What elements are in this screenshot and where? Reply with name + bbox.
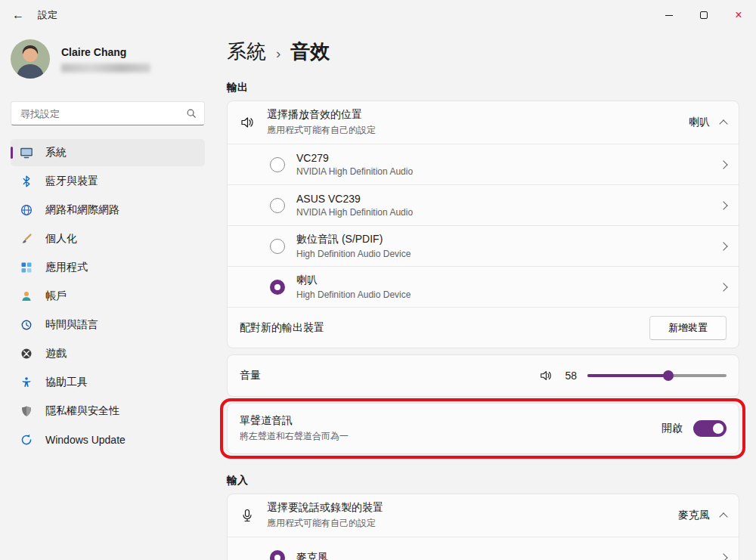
input-section-heading: 輸入 [227, 474, 739, 487]
speaker-icon [240, 115, 255, 130]
sidebar-item-accessibility[interactable]: 協助工具 [11, 369, 205, 396]
radio-vc279[interactable] [270, 157, 285, 172]
main-content: 系統 › 音效 輸出 選擇播放音效的位置 應用程式可能有自己的設定 喇叭 VC2… [227, 30, 739, 560]
input-device-card: 選擇要說話或錄製的裝置 應用程式可能有自己的設定 麥克風 麥克風 [227, 493, 739, 560]
apps-icon [20, 261, 33, 274]
sidebar-item-personalization[interactable]: 個人化 [11, 225, 205, 252]
input-selected-value: 麥克風 [678, 509, 710, 522]
output-device-card: 選擇播放音效的位置 應用程式可能有自己的設定 喇叭 VC279 NVIDIA H… [227, 101, 739, 348]
device-name: ASUS VC239 [296, 193, 413, 205]
sidebar-item-label: 時間與語言 [45, 318, 98, 332]
chevron-up-icon [719, 119, 727, 128]
sidebar-item-label: 藍牙與裝置 [45, 175, 98, 188]
accounts-icon [20, 289, 33, 303]
windows-update-icon [20, 433, 33, 447]
input-selector-row[interactable]: 選擇要說話或錄製的裝置 應用程式可能有自己的設定 麥克風 [228, 494, 739, 537]
close-icon: × [735, 9, 742, 21]
network-icon [20, 203, 33, 217]
sidebar-item-network-internet[interactable]: 網路和網際網路 [11, 196, 205, 224]
mono-audio-card: 單聲道音訊 將左聲道和右聲道合而為一 開啟 [227, 403, 739, 454]
output-device-row-asus-vc239[interactable]: ASUS VC239 NVIDIA High Definition Audio [228, 184, 739, 225]
avatar [11, 39, 50, 79]
device-desc: NVIDIA High Definition Audio [296, 166, 413, 177]
device-name: 數位音訊 (S/PDIF) [296, 233, 411, 246]
sidebar-item-label: 隱私權與安全性 [45, 404, 119, 418]
search-icon [186, 108, 197, 119]
bluetooth-icon [20, 175, 33, 188]
volume-slider-fill [587, 374, 668, 377]
chevron-right-icon [719, 160, 727, 169]
minimize-button[interactable] [652, 0, 686, 30]
sidebar-item-apps[interactable]: 應用程式 [11, 254, 205, 281]
mono-audio-toggle[interactable] [693, 420, 727, 437]
input-selector-subtitle: 應用程式可能有自己的設定 [267, 517, 383, 530]
page-title: 音效 [290, 38, 330, 65]
maximize-button[interactable] [686, 0, 721, 30]
sidebar-item-bluetooth-devices[interactable]: 藍牙與裝置 [11, 168, 205, 195]
radio-speakers[interactable] [270, 280, 285, 295]
input-device-row-microphone[interactable]: 麥克風 [228, 537, 739, 560]
window-controls: × [652, 0, 756, 30]
add-device-button[interactable]: 新增裝置 [649, 316, 727, 340]
sidebar-item-label: 協助工具 [45, 376, 88, 389]
volume-speaker-icon[interactable] [539, 369, 553, 382]
sidebar-item-privacy-security[interactable]: 隱私權與安全性 [11, 398, 205, 425]
volume-slider[interactable] [587, 370, 727, 381]
mono-audio-section: 單聲道音訊 將左聲道和右聲道合而為一 開啟 [227, 403, 739, 454]
sidebar-item-label: 應用程式 [45, 261, 88, 274]
pair-device-label: 配對新的輸出裝置 [240, 321, 324, 335]
chevron-right-icon [719, 242, 727, 250]
output-selector-row[interactable]: 選擇播放音效的位置 應用程式可能有自己的設定 喇叭 [228, 101, 739, 144]
sidebar-item-time-language[interactable]: 時間與語言 [11, 311, 205, 339]
profile[interactable]: Claire Chang [11, 39, 205, 79]
accessibility-icon [20, 376, 33, 389]
minimize-icon [665, 15, 673, 16]
breadcrumb-separator: › [276, 40, 280, 67]
radio-microphone[interactable] [270, 550, 285, 560]
titlebar: ← 設定 × [0, 0, 756, 30]
sidebar-item-label: 網路和網際網路 [45, 203, 119, 217]
chevron-up-icon [719, 512, 727, 521]
chevron-right-icon [719, 283, 727, 291]
output-selected-value: 喇叭 [689, 116, 710, 129]
device-name: 喇叭 [296, 274, 411, 287]
volume-slider-thumb[interactable] [663, 370, 674, 381]
mono-audio-title: 單聲道音訊 [240, 414, 349, 428]
maximize-icon [700, 11, 708, 19]
device-name: 麥克風 [296, 551, 328, 560]
sidebar-item-system[interactable]: 系統 [11, 139, 205, 166]
back-button[interactable]: ← [5, 3, 32, 27]
radio-asus-vc239[interactable] [270, 198, 285, 213]
sidebar-item-label: 個人化 [45, 232, 77, 246]
privacy-icon [20, 404, 33, 418]
chevron-right-icon [719, 201, 727, 209]
volume-value: 58 [563, 370, 577, 382]
breadcrumb-root[interactable]: 系統 [227, 38, 266, 65]
sidebar-item-label: Windows Update [45, 434, 125, 446]
output-selector-subtitle: 應用程式可能有自己的設定 [267, 124, 376, 137]
output-device-row-vc279[interactable]: VC279 NVIDIA High Definition Audio [228, 144, 739, 184]
device-desc: High Definition Audio Device [296, 289, 411, 300]
chevron-right-icon [719, 553, 727, 560]
pair-device-row: 配對新的輸出裝置 新增裝置 [228, 307, 739, 348]
mono-audio-subtitle: 將左聲道和右聲道合而為一 [240, 430, 349, 443]
mono-audio-state-label: 開啟 [662, 422, 683, 435]
toggle-knob [713, 423, 723, 434]
sidebar-item-windows-update[interactable]: Windows Update [11, 426, 205, 453]
sidebar-item-accounts[interactable]: 帳戶 [11, 283, 205, 310]
profile-email-redacted [61, 63, 150, 73]
app-title: 設定 [38, 8, 57, 22]
sidebar-item-gaming[interactable]: 遊戲 [11, 340, 205, 367]
device-desc: High Definition Audio Device [296, 249, 411, 259]
search-input[interactable] [19, 107, 186, 120]
volume-label: 音量 [240, 369, 261, 382]
output-device-row-speakers[interactable]: 喇叭 High Definition Audio Device [228, 266, 739, 307]
radio-spdif[interactable] [270, 239, 285, 254]
close-button[interactable]: × [721, 0, 756, 30]
sidebar-nav: 系統 藍牙與裝置 網路和網際網路 個人化 應用程式 [11, 139, 205, 453]
back-icon: ← [12, 8, 24, 22]
device-desc: NVIDIA High Definition Audio [296, 207, 413, 218]
device-name: VC279 [296, 152, 413, 164]
output-device-row-spdif[interactable]: 數位音訊 (S/PDIF) High Definition Audio Devi… [228, 225, 739, 266]
gaming-icon [20, 347, 33, 360]
